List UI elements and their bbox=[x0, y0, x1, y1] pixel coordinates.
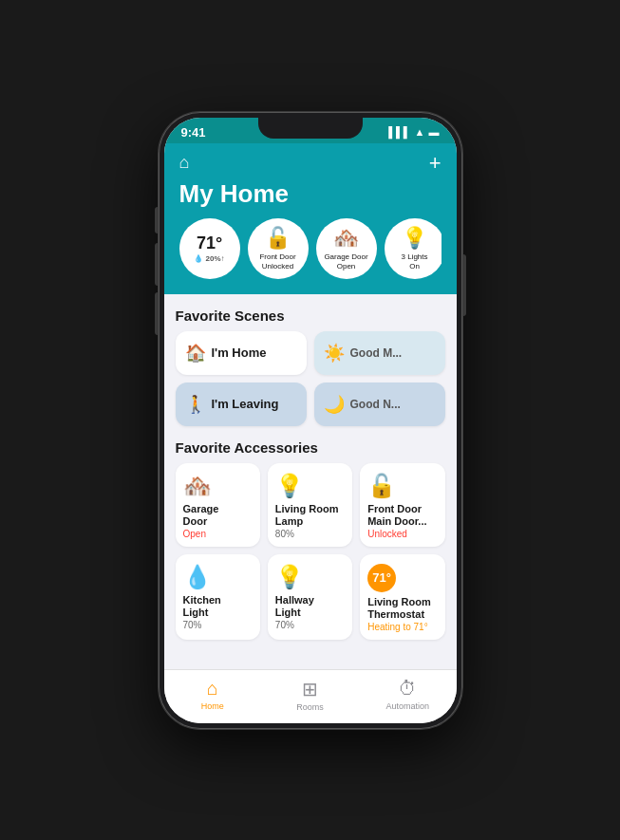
home-header-icon[interactable]: ⌂ bbox=[179, 153, 190, 173]
im-home-label: I'm Home bbox=[212, 345, 267, 360]
front-door-label: Front DoorUnlocked bbox=[259, 252, 295, 271]
volume-up-button bbox=[155, 207, 159, 233]
accessories-section-title: Favorite Accessories bbox=[176, 439, 445, 456]
thermostat-card[interactable]: 71° Living RoomThermostat Heating to 71° bbox=[360, 554, 444, 640]
im-home-icon: 🏠 bbox=[185, 343, 206, 364]
good-night-icon: 🌙 bbox=[324, 394, 345, 415]
lights-icon: 💡 bbox=[402, 226, 427, 251]
drop-icon: 💧 bbox=[194, 254, 203, 263]
phone-frame: 9:41 ▌▌▌ ▲ ▬ ⌂ + My Home 71° 💧 bbox=[159, 112, 462, 729]
tab-home[interactable]: ⌂ Home bbox=[164, 678, 262, 711]
front-door-icon: 🔓 bbox=[265, 226, 291, 251]
living-room-lamp-name: Living RoomLamp bbox=[275, 503, 345, 528]
good-night-scene-button[interactable]: 🌙 Good N... bbox=[314, 383, 445, 426]
tab-automation[interactable]: ⏱ Automation bbox=[359, 678, 457, 711]
accessory-scroll-row: 71° 💧 20%↑ 🔓 Front DoorUnlocked 🏘️ Garag… bbox=[179, 218, 442, 281]
garage-door-card-icon: 🏘️ bbox=[183, 473, 253, 499]
hallway-light-card[interactable]: 💡 HallwayLight 70% bbox=[268, 554, 352, 640]
hallway-light-status: 70% bbox=[275, 620, 345, 630]
lights-label: 3 LightsOn bbox=[401, 252, 427, 271]
kitchen-light-name: KitchenLight bbox=[183, 594, 253, 619]
tab-rooms[interactable]: ⊞ Rooms bbox=[261, 678, 359, 712]
good-morning-scene-button[interactable]: ☀️ Good M... bbox=[314, 331, 445, 375]
front-door-card-icon: 🔓 bbox=[367, 473, 437, 499]
garage-door-label: Garage DoorOpen bbox=[324, 252, 367, 271]
signal-icon: ▌▌▌ bbox=[388, 126, 410, 138]
good-morning-label: Good M... bbox=[350, 346, 403, 360]
im-leaving-label: I'm Leaving bbox=[212, 397, 279, 411]
garage-door-card-status: Open bbox=[183, 529, 253, 539]
front-door-bubble[interactable]: 🔓 Front DoorUnlocked bbox=[248, 218, 309, 279]
silent-button bbox=[155, 292, 159, 335]
im-leaving-icon: 🚶 bbox=[185, 394, 206, 415]
tab-home-icon: ⌂ bbox=[207, 678, 218, 700]
im-leaving-scene-button[interactable]: 🚶 I'm Leaving bbox=[176, 383, 307, 426]
lights-bubble[interactable]: 💡 3 LightsOn bbox=[385, 218, 442, 279]
front-door-card[interactable]: 🔓 Front DoorMain Door... Unlocked bbox=[360, 463, 444, 547]
wifi-icon: ▲ bbox=[415, 126, 425, 138]
good-morning-icon: ☀️ bbox=[324, 343, 345, 364]
garage-door-card[interactable]: 🏘️ GarageDoor Open bbox=[176, 463, 260, 547]
thermostat-icon-wrap: 71° bbox=[367, 564, 396, 592]
front-door-card-status: Unlocked bbox=[367, 529, 437, 539]
header-top: ⌂ + bbox=[179, 151, 442, 176]
humidity-value: 20%↑ bbox=[205, 254, 224, 263]
add-button[interactable]: + bbox=[429, 151, 442, 176]
battery-icon: ▬ bbox=[429, 126, 440, 138]
thermostat-temp-value: 71° bbox=[372, 570, 391, 585]
kitchen-light-card[interactable]: 💧 KitchenLight 70% bbox=[176, 554, 260, 640]
scenes-grid: 🏠 I'm Home ☀️ Good M... 🚶 I'm Leaving 🌙 … bbox=[176, 331, 445, 426]
phone-screen: 9:41 ▌▌▌ ▲ ▬ ⌂ + My Home 71° 💧 bbox=[164, 118, 457, 723]
status-time: 9:41 bbox=[181, 125, 206, 140]
living-room-lamp-icon: 💡 bbox=[275, 473, 345, 499]
tab-rooms-label: Rooms bbox=[296, 702, 324, 712]
garage-door-icon: 🏘️ bbox=[333, 226, 359, 251]
power-button bbox=[462, 254, 466, 316]
humidity-info: 💧 20%↑ bbox=[194, 254, 224, 263]
garage-door-card-name: GarageDoor bbox=[183, 503, 253, 528]
main-content: Favorite Scenes 🏠 I'm Home ☀️ Good M... … bbox=[164, 294, 457, 669]
tab-automation-label: Automation bbox=[385, 701, 429, 711]
page-title: My Home bbox=[179, 179, 442, 209]
status-icons: ▌▌▌ ▲ ▬ bbox=[388, 126, 439, 138]
garage-door-bubble[interactable]: 🏘️ Garage DoorOpen bbox=[316, 218, 377, 279]
thermostat-status: Heating to 71° bbox=[367, 622, 437, 632]
im-home-scene-button[interactable]: 🏠 I'm Home bbox=[176, 331, 307, 375]
accessories-grid: 🏘️ GarageDoor Open 💡 Living RoomLamp 80%… bbox=[176, 463, 445, 641]
living-room-lamp-card[interactable]: 💡 Living RoomLamp 80% bbox=[268, 463, 352, 547]
living-room-lamp-status: 80% bbox=[275, 529, 345, 539]
hallway-light-name: HallwayLight bbox=[275, 594, 345, 619]
volume-down-button bbox=[155, 243, 159, 286]
kitchen-light-icon: 💧 bbox=[183, 564, 253, 590]
front-door-card-name: Front DoorMain Door... bbox=[367, 503, 437, 528]
kitchen-light-status: 70% bbox=[183, 620, 253, 630]
tab-rooms-icon: ⊞ bbox=[302, 678, 318, 700]
temp-value: 71° bbox=[197, 233, 222, 253]
hallway-light-icon: 💡 bbox=[275, 564, 345, 590]
tab-bar: ⌂ Home ⊞ Rooms ⏱ Automation bbox=[164, 669, 457, 723]
temperature-bubble[interactable]: 71° 💧 20%↑ bbox=[179, 218, 240, 279]
thermostat-name: Living RoomThermostat bbox=[367, 596, 437, 621]
tab-home-label: Home bbox=[201, 701, 224, 711]
header-area: ⌂ + My Home 71° 💧 20%↑ 🔓 Front DoorUnloc bbox=[164, 143, 457, 294]
scenes-section-title: Favorite Scenes bbox=[176, 308, 445, 324]
notch bbox=[258, 118, 363, 139]
tab-automation-icon: ⏱ bbox=[398, 678, 417, 700]
good-night-label: Good N... bbox=[350, 398, 401, 411]
